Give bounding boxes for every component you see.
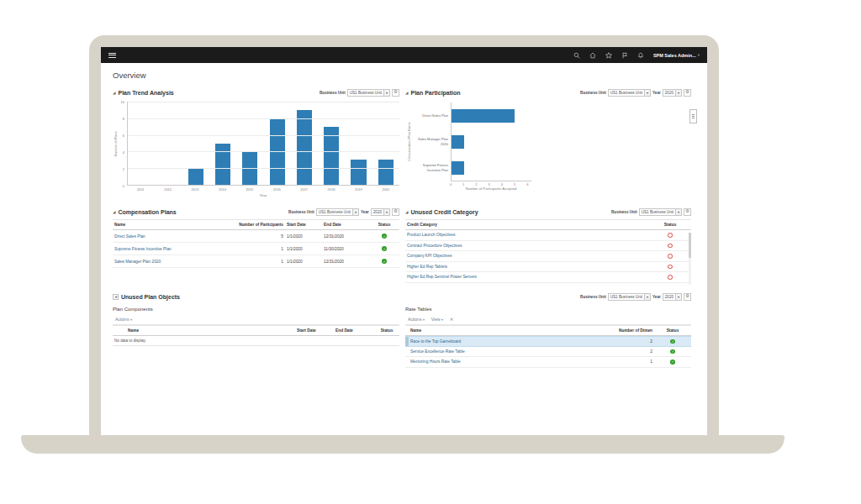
table-row: Direct Sales Plan 5 1/1/2020 12/31/2020 … — [113, 230, 399, 243]
notifications-bell-icon[interactable] — [637, 52, 644, 59]
scrollbar-thumb[interactable] — [689, 233, 691, 258]
disclosure-icon[interactable]: ◢ — [113, 210, 115, 214]
credit-category-link[interactable]: Product Launch Objectives — [405, 233, 649, 237]
chevron-down-icon[interactable]: ▾ — [675, 294, 681, 300]
gridline — [128, 135, 399, 136]
x-tick-label: 2012 — [154, 187, 181, 192]
bar-row: Sales Manager Plan 2020 — [412, 129, 531, 155]
bar-slot — [318, 102, 345, 185]
gridline — [128, 118, 399, 119]
business-unit-select[interactable]: US1 Business Unit ▾ — [639, 208, 682, 216]
year-select[interactable]: 2020 ▾ — [663, 293, 682, 301]
column-header: End Date — [334, 328, 374, 333]
view-menu[interactable]: View ▾ — [431, 317, 443, 322]
x-axis-title-row: Year — [113, 193, 399, 197]
x-tick-label: 3 — [489, 182, 490, 186]
credit-category-link[interactable]: Higher Ed Rep Tablets — [405, 265, 649, 269]
gridline — [128, 151, 399, 152]
chevron-down-icon[interactable]: ▾ — [352, 209, 358, 215]
user-menu[interactable]: SPM Sales Admin... ▾ — [653, 53, 700, 58]
status-cell: ✓ — [654, 339, 691, 344]
business-unit-select[interactable]: US1 Business Unit ▾ — [608, 293, 651, 301]
bar-2019[interactable] — [351, 160, 366, 185]
start-date: 1/1/2020 — [285, 234, 322, 239]
bar-2020[interactable] — [378, 160, 394, 185]
x-tick-label: 2014 — [209, 187, 235, 192]
column-header: Name — [113, 223, 235, 227]
table-row[interactable]: Mentoring Hours Rate Table 1 ✓ — [405, 357, 691, 368]
gridline — [128, 102, 399, 102]
year-select[interactable]: 2020 ▾ — [663, 89, 682, 97]
column-header: Number of Dimen — [599, 328, 654, 333]
disclosure-icon[interactable]: ◢ — [113, 294, 119, 300]
bar-Direct Sales Plan[interactable] — [452, 109, 515, 123]
chevron-down-icon[interactable]: ▾ — [383, 90, 389, 96]
year-label: Year — [652, 295, 661, 299]
home-icon[interactable] — [589, 52, 596, 59]
credit-category-link[interactable]: Company KPI Objectives — [405, 254, 649, 258]
y-tick-label: 0 — [123, 184, 124, 188]
rate-table-link[interactable]: Mentoring Hours Rate Table — [409, 360, 599, 364]
actions-menu[interactable]: Actions ▾ — [115, 317, 132, 322]
table-row-selected[interactable]: Race to the Top Gameboard 2 ✓ — [405, 336, 691, 347]
favorites-star-icon[interactable] — [605, 52, 612, 59]
actions-menu[interactable]: Actions ▾ — [408, 317, 425, 322]
table-row[interactable]: Service Excellence Rate Table 2 ✓ — [405, 347, 691, 358]
success-icon: ✓ — [670, 349, 675, 354]
panel-title: Plan Trend Analysis — [118, 90, 173, 96]
unused-credit-table: Credit Category Status Product Launch Ob… — [405, 219, 691, 283]
credit-category-link[interactable]: Contract Procedure Objectives — [405, 244, 649, 248]
year-select[interactable]: 2020 ▾ — [371, 208, 390, 216]
plan-components-toolbar: Actions ▾ — [113, 314, 399, 325]
participants-value: 1 — [235, 247, 285, 251]
scrollbar[interactable] — [689, 233, 691, 285]
business-unit-select[interactable]: US1 Business Unit ▾ — [608, 89, 651, 97]
x-axis-title: Number of Participants Assigned — [451, 186, 531, 191]
table-header: Name Start Date End Date Status — [113, 325, 399, 336]
business-unit-select[interactable]: US1 Business Unit ▾ — [316, 208, 359, 216]
menu-icon[interactable] — [108, 53, 116, 58]
settings-gear-icon[interactable]: ⚙ — [684, 89, 691, 97]
chevron-down-icon[interactable]: ▾ — [675, 90, 681, 96]
rate-tables-label: Rate Tables — [405, 307, 691, 312]
settings-gear-icon[interactable]: ⚙ — [392, 89, 399, 97]
credit-category-link[interactable]: Higher Ed Rep Sentinel Power Servers — [405, 275, 649, 279]
disclosure-icon[interactable]: ◢ — [113, 91, 115, 95]
business-unit-select[interactable]: US1 Business Unit ▾ — [347, 89, 390, 97]
chevron-down-icon[interactable]: ▾ — [675, 209, 681, 215]
disclosure-icon[interactable]: ◢ — [405, 210, 408, 214]
business-unit-value: US1 Business Unit — [348, 90, 383, 96]
global-header: SPM Sales Admin... ▾ — [101, 47, 707, 63]
start-date: 1/1/2020 — [285, 260, 322, 264]
bar-Sales Manager Plan 2020[interactable] — [452, 135, 464, 149]
settings-gear-icon[interactable]: ⚙ — [684, 293, 691, 301]
chevron-down-icon[interactable]: ▾ — [644, 90, 650, 96]
rate-table-link[interactable]: Service Excellence Rate Table — [409, 349, 599, 354]
bar-Supreme Fitness Incentive Plan[interactable] — [452, 161, 464, 175]
plot-area — [127, 102, 399, 186]
bar-2017[interactable] — [297, 110, 312, 185]
status-cell — [649, 244, 691, 249]
panel-splitter-handle[interactable] — [689, 109, 697, 123]
chevron-down-icon[interactable]: ▾ — [644, 294, 650, 300]
column-header: Name — [409, 328, 599, 333]
business-unit-label: Business Unit — [611, 210, 637, 214]
settings-gear-icon[interactable]: ⚙ — [684, 208, 691, 216]
bar-2013[interactable] — [188, 168, 203, 185]
business-unit-value: US1 Business Unit — [317, 209, 352, 215]
disclosure-icon[interactable]: ◢ — [405, 91, 408, 95]
settings-gear-icon[interactable]: ⚙ — [392, 208, 399, 216]
rate-table-link[interactable]: Race to the Top Gameboard — [409, 339, 599, 344]
end-date: 12/31/2020 — [322, 260, 369, 264]
x-tick-labels: 0123456 — [451, 181, 531, 186]
plan-link[interactable]: Sales Manager Plan 2020 — [113, 260, 235, 264]
detach-icon[interactable]: ✕ — [450, 317, 453, 322]
chevron-down-icon[interactable]: ▾ — [383, 209, 389, 215]
search-icon[interactable] — [573, 52, 580, 59]
flag-icon[interactable] — [621, 52, 628, 59]
plan-link[interactable]: Direct Sales Plan — [113, 234, 235, 239]
chevron-down-icon: ▾ — [130, 318, 132, 322]
bar-2014[interactable] — [215, 144, 230, 186]
business-unit-value: US1 Business Unit — [609, 90, 644, 96]
plan-link[interactable]: Supreme Fitness Incentive Plan — [113, 247, 235, 251]
